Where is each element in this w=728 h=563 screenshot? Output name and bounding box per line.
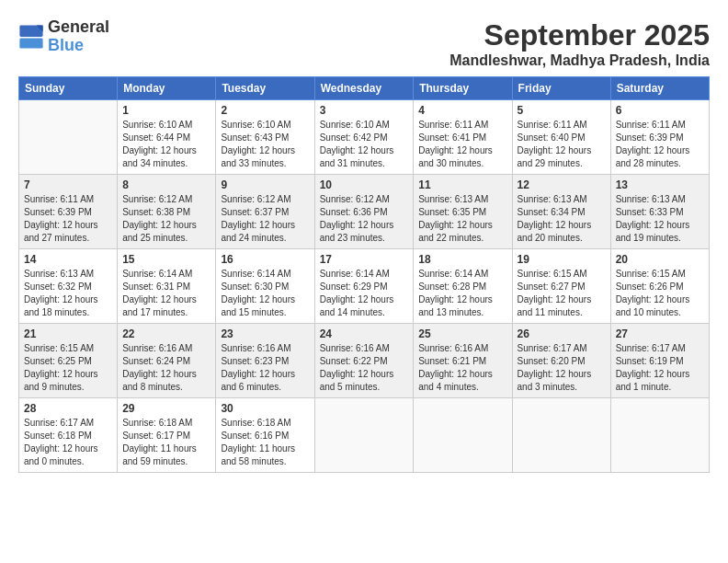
calendar-cell: 24Sunrise: 6:16 AM Sunset: 6:22 PM Dayli…: [314, 324, 414, 398]
month-title: September 2025: [449, 18, 710, 52]
col-saturday: Saturday: [610, 77, 709, 100]
calendar-cell: 22Sunrise: 6:16 AM Sunset: 6:24 PM Dayli…: [118, 324, 216, 398]
day-number: 23: [221, 327, 309, 340]
page: General Blue September 2025 Mandleshwar,…: [0, 0, 728, 482]
cell-info: Sunrise: 6:16 AM Sunset: 6:22 PM Dayligh…: [320, 342, 409, 394]
calendar-body: 1Sunrise: 6:10 AM Sunset: 6:44 PM Daylig…: [19, 100, 710, 473]
calendar: Sunday Monday Tuesday Wednesday Thursday…: [18, 76, 710, 473]
calendar-cell: 17Sunrise: 6:14 AM Sunset: 6:29 PM Dayli…: [314, 249, 414, 324]
day-number: 6: [616, 104, 704, 117]
cell-info: Sunrise: 6:10 AM Sunset: 6:43 PM Dayligh…: [221, 119, 309, 170]
calendar-cell: 26Sunrise: 6:17 AM Sunset: 6:20 PM Dayli…: [512, 324, 610, 398]
calendar-cell: 14Sunrise: 6:13 AM Sunset: 6:32 PM Dayli…: [19, 249, 118, 324]
cell-info: Sunrise: 6:17 AM Sunset: 6:18 PM Dayligh…: [24, 417, 112, 468]
header: General Blue September 2025 Mandleshwar,…: [18, 18, 710, 69]
day-number: 19: [518, 253, 606, 266]
cell-info: Sunrise: 6:11 AM Sunset: 6:41 PM Dayligh…: [418, 119, 506, 170]
cell-info: Sunrise: 6:15 AM Sunset: 6:27 PM Dayligh…: [518, 268, 606, 319]
day-number: 27: [616, 327, 704, 340]
cell-info: Sunrise: 6:14 AM Sunset: 6:31 PM Dayligh…: [122, 268, 210, 319]
calendar-cell: 2Sunrise: 6:10 AM Sunset: 6:43 PM Daylig…: [216, 100, 314, 175]
logo-blue: Blue: [48, 37, 109, 55]
day-number: 21: [24, 327, 112, 340]
day-number: 3: [320, 104, 409, 117]
calendar-cell: 4Sunrise: 6:11 AM Sunset: 6:41 PM Daylig…: [414, 100, 512, 175]
day-number: 16: [221, 253, 309, 266]
day-number: 17: [320, 253, 409, 266]
day-number: 1: [122, 104, 210, 117]
cell-info: Sunrise: 6:15 AM Sunset: 6:26 PM Dayligh…: [616, 268, 704, 319]
calendar-cell: 12Sunrise: 6:13 AM Sunset: 6:34 PM Dayli…: [512, 175, 610, 249]
cell-info: Sunrise: 6:10 AM Sunset: 6:44 PM Dayligh…: [122, 119, 210, 170]
calendar-cell: 27Sunrise: 6:17 AM Sunset: 6:19 PM Dayli…: [610, 324, 709, 398]
day-number: 15: [122, 253, 210, 266]
calendar-cell: 16Sunrise: 6:14 AM Sunset: 6:30 PM Dayli…: [216, 249, 314, 324]
day-number: 4: [418, 104, 506, 117]
col-thursday: Thursday: [414, 77, 512, 100]
calendar-header-row: Sunday Monday Tuesday Wednesday Thursday…: [19, 77, 710, 100]
calendar-week-row: 7Sunrise: 6:11 AM Sunset: 6:39 PM Daylig…: [19, 175, 710, 249]
col-wednesday: Wednesday: [314, 77, 414, 100]
cell-info: Sunrise: 6:13 AM Sunset: 6:35 PM Dayligh…: [418, 193, 506, 245]
calendar-cell: 15Sunrise: 6:14 AM Sunset: 6:31 PM Dayli…: [118, 249, 216, 324]
calendar-cell: [19, 100, 118, 175]
day-number: 2: [221, 104, 309, 117]
cell-info: Sunrise: 6:11 AM Sunset: 6:39 PM Dayligh…: [24, 193, 112, 245]
day-number: 18: [418, 253, 506, 266]
day-number: 8: [122, 178, 210, 191]
cell-info: Sunrise: 6:13 AM Sunset: 6:32 PM Dayligh…: [24, 268, 112, 319]
day-number: 30: [221, 402, 309, 415]
cell-info: Sunrise: 6:14 AM Sunset: 6:28 PM Dayligh…: [418, 268, 506, 319]
day-number: 5: [518, 104, 606, 117]
cell-info: Sunrise: 6:17 AM Sunset: 6:20 PM Dayligh…: [518, 342, 606, 394]
day-number: 7: [24, 178, 112, 191]
calendar-cell: 1Sunrise: 6:10 AM Sunset: 6:44 PM Daylig…: [118, 100, 216, 175]
logo-general: General: [48, 18, 109, 37]
calendar-cell: 30Sunrise: 6:18 AM Sunset: 6:16 PM Dayli…: [216, 398, 314, 473]
calendar-week-row: 14Sunrise: 6:13 AM Sunset: 6:32 PM Dayli…: [19, 249, 710, 324]
cell-info: Sunrise: 6:13 AM Sunset: 6:33 PM Dayligh…: [616, 193, 704, 245]
logo-text: General Blue: [48, 18, 109, 55]
calendar-cell: 5Sunrise: 6:11 AM Sunset: 6:40 PM Daylig…: [512, 100, 610, 175]
calendar-cell: 10Sunrise: 6:12 AM Sunset: 6:36 PM Dayli…: [314, 175, 414, 249]
col-monday: Monday: [118, 77, 216, 100]
calendar-cell: 11Sunrise: 6:13 AM Sunset: 6:35 PM Dayli…: [414, 175, 512, 249]
calendar-week-row: 21Sunrise: 6:15 AM Sunset: 6:25 PM Dayli…: [19, 324, 710, 398]
day-number: 25: [418, 327, 506, 340]
day-number: 29: [122, 402, 210, 415]
calendar-cell: [512, 398, 610, 473]
calendar-cell: 28Sunrise: 6:17 AM Sunset: 6:18 PM Dayli…: [19, 398, 118, 473]
calendar-cell: [610, 398, 709, 473]
logo-icon: [18, 24, 44, 50]
calendar-cell: 7Sunrise: 6:11 AM Sunset: 6:39 PM Daylig…: [19, 175, 118, 249]
logo: General Blue: [18, 18, 109, 55]
calendar-cell: 23Sunrise: 6:16 AM Sunset: 6:23 PM Dayli…: [216, 324, 314, 398]
cell-info: Sunrise: 6:15 AM Sunset: 6:25 PM Dayligh…: [24, 342, 112, 394]
calendar-cell: 8Sunrise: 6:12 AM Sunset: 6:38 PM Daylig…: [118, 175, 216, 249]
svg-rect-1: [19, 38, 42, 48]
calendar-cell: [314, 398, 414, 473]
calendar-cell: 13Sunrise: 6:13 AM Sunset: 6:33 PM Dayli…: [610, 175, 709, 249]
cell-info: Sunrise: 6:12 AM Sunset: 6:37 PM Dayligh…: [221, 193, 309, 245]
cell-info: Sunrise: 6:10 AM Sunset: 6:42 PM Dayligh…: [320, 119, 409, 170]
day-number: 9: [221, 178, 309, 191]
day-number: 13: [616, 178, 704, 191]
calendar-cell: 6Sunrise: 6:11 AM Sunset: 6:39 PM Daylig…: [610, 100, 709, 175]
calendar-cell: 20Sunrise: 6:15 AM Sunset: 6:26 PM Dayli…: [610, 249, 709, 324]
day-number: 26: [518, 327, 606, 340]
calendar-cell: 29Sunrise: 6:18 AM Sunset: 6:17 PM Dayli…: [118, 398, 216, 473]
cell-info: Sunrise: 6:14 AM Sunset: 6:29 PM Dayligh…: [320, 268, 409, 319]
calendar-cell: 18Sunrise: 6:14 AM Sunset: 6:28 PM Dayli…: [414, 249, 512, 324]
col-sunday: Sunday: [19, 77, 118, 100]
calendar-week-row: 1Sunrise: 6:10 AM Sunset: 6:44 PM Daylig…: [19, 100, 710, 175]
cell-info: Sunrise: 6:11 AM Sunset: 6:39 PM Dayligh…: [616, 119, 704, 170]
cell-info: Sunrise: 6:16 AM Sunset: 6:21 PM Dayligh…: [418, 342, 506, 394]
day-number: 11: [418, 178, 506, 191]
cell-info: Sunrise: 6:12 AM Sunset: 6:36 PM Dayligh…: [320, 193, 409, 245]
title-block: September 2025 Mandleshwar, Madhya Prade…: [449, 18, 710, 69]
calendar-cell: 25Sunrise: 6:16 AM Sunset: 6:21 PM Dayli…: [414, 324, 512, 398]
cell-info: Sunrise: 6:18 AM Sunset: 6:17 PM Dayligh…: [122, 417, 210, 468]
cell-info: Sunrise: 6:16 AM Sunset: 6:24 PM Dayligh…: [122, 342, 210, 394]
day-number: 22: [122, 327, 210, 340]
day-number: 20: [616, 253, 704, 266]
